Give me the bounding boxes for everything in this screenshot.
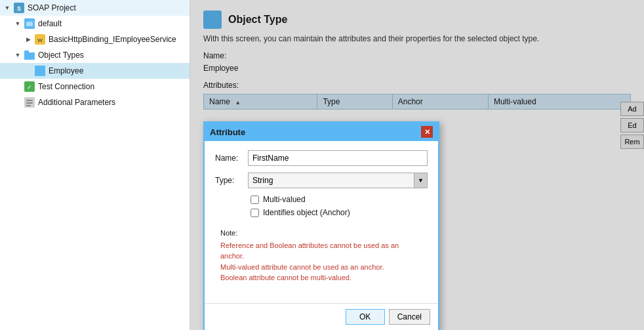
binding-icon: W bbox=[34, 33, 46, 45]
dialog-close-button[interactable]: ✕ bbox=[421, 126, 433, 138]
multi-valued-row: Multi-valued bbox=[251, 195, 428, 204]
svg-rect-14 bbox=[26, 105, 31, 106]
sidebar-item-employee-label: Employee bbox=[49, 66, 83, 75]
name-field-row: Name: bbox=[215, 150, 428, 166]
params-icon bbox=[24, 96, 35, 108]
note-line1: Reference and Boolean attributes cannot … bbox=[220, 241, 399, 260]
note-line2: Multi-valued attribute cannot be used as… bbox=[220, 263, 384, 271]
expand-arrow-object-types bbox=[13, 51, 22, 60]
sidebar-item-object-types[interactable]: Object Types bbox=[0, 47, 190, 63]
svg-rect-3 bbox=[26, 22, 33, 26]
svg-text:S: S bbox=[17, 5, 21, 12]
dialog-note: Note: Reference and Boolean attributes c… bbox=[215, 224, 428, 287]
attribute-dialog: Attribute ✕ Name: Type: String bbox=[203, 121, 439, 330]
sidebar-item-soap-project[interactable]: S SOAP Project bbox=[0, 0, 190, 16]
sidebar-item-binding[interactable]: W BasicHttpBinding_IEmployeeService bbox=[0, 31, 190, 47]
cancel-button[interactable]: Cancel bbox=[389, 309, 430, 325]
main-content: Object Type With this screen, you can ma… bbox=[190, 0, 644, 330]
expand-arrow-default bbox=[13, 19, 22, 28]
dialog-type-label: Type: bbox=[215, 176, 248, 185]
expand-arrow-employee bbox=[24, 66, 33, 75]
svg-rect-7 bbox=[24, 51, 29, 54]
sidebar-item-default-label: default bbox=[38, 19, 62, 28]
close-icon: ✕ bbox=[424, 128, 430, 136]
svg-text:✓: ✓ bbox=[27, 84, 32, 91]
svg-rect-12 bbox=[26, 100, 33, 101]
dialog-name-input[interactable] bbox=[248, 150, 428, 166]
dialog-name-label: Name: bbox=[215, 154, 248, 163]
identifies-object-checkbox[interactable] bbox=[251, 209, 259, 217]
expand-arrow-binding bbox=[24, 35, 33, 44]
sidebar-item-additional-params[interactable]: Additional Parameters bbox=[0, 94, 190, 110]
svg-text:W: W bbox=[37, 37, 43, 43]
svg-rect-13 bbox=[26, 102, 33, 104]
identifies-object-row: Identifies object (Anchor) bbox=[251, 208, 428, 217]
type-select-wrapper: String Integer Boolean Reference ▼ bbox=[248, 173, 428, 188]
type-field-row: Type: String Integer Boolean Reference ▼ bbox=[215, 173, 428, 188]
sidebar-item-binding-label: BasicHttpBinding_IEmployeeService bbox=[49, 35, 176, 44]
expand-arrow-params bbox=[13, 98, 22, 107]
sidebar-item-additional-params-label: Additional Parameters bbox=[38, 98, 115, 107]
sidebar-item-default[interactable]: default bbox=[0, 16, 190, 31]
expand-arrow-test bbox=[13, 82, 22, 91]
sidebar-item-test-label: Test Connection bbox=[38, 82, 94, 91]
dialog-body: Name: Type: String Integer Boolean Refer… bbox=[205, 141, 438, 303]
identifies-object-label[interactable]: Identifies object (Anchor) bbox=[263, 208, 350, 217]
soap-project-icon: S bbox=[13, 2, 25, 14]
note-line3: Boolean attribute cannot be multi-valued… bbox=[220, 274, 352, 281]
multi-valued-label[interactable]: Multi-valued bbox=[263, 195, 306, 204]
sidebar-item-test-connection[interactable]: ✓ Test Connection bbox=[0, 79, 190, 94]
ok-button[interactable]: OK bbox=[346, 309, 385, 325]
multi-valued-checkbox[interactable] bbox=[251, 196, 259, 204]
modal-overlay: Attribute ✕ Name: Type: String bbox=[190, 0, 644, 330]
dialog-title: Attribute bbox=[210, 127, 245, 137]
sidebar-item-object-types-label: Object Types bbox=[38, 51, 84, 60]
sidebar-item-employee[interactable]: Employee bbox=[0, 63, 190, 79]
folder-blue-icon bbox=[24, 49, 35, 61]
sidebar-item-soap-project-label: SOAP Project bbox=[28, 3, 76, 12]
dialog-titlebar: Attribute ✕ bbox=[205, 123, 438, 141]
default-icon bbox=[24, 18, 35, 30]
svg-rect-8 bbox=[35, 66, 45, 76]
employee-icon bbox=[34, 65, 46, 77]
dialog-type-select[interactable]: String Integer Boolean Reference bbox=[248, 173, 414, 188]
dialog-footer: OK Cancel bbox=[205, 303, 438, 330]
note-header: Note: bbox=[220, 228, 422, 239]
expand-arrow bbox=[3, 3, 12, 12]
select-dropdown-arrow[interactable]: ▼ bbox=[414, 173, 428, 188]
sidebar: S SOAP Project default W BasicHttpBindin… bbox=[0, 0, 190, 330]
chevron-down-icon: ▼ bbox=[418, 177, 424, 184]
test-connection-icon: ✓ bbox=[24, 81, 35, 93]
